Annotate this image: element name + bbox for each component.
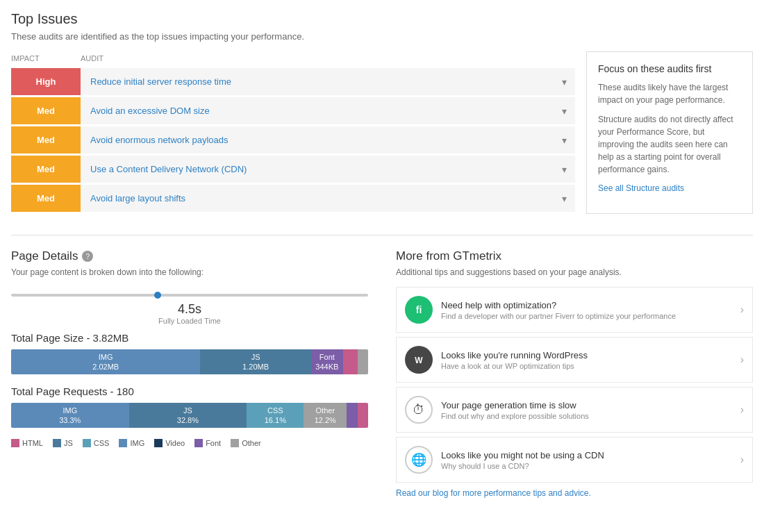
legend-dot-video [154, 439, 163, 447]
page-gen-card-title: Your page generation time is slow [441, 400, 732, 410]
legend-dot-other [231, 439, 239, 447]
more-gtmetrix-subtitle: Additional tips and suggestions based on… [396, 267, 753, 277]
wordpress-card-text: Looks like you're running WordPress Have… [441, 350, 732, 370]
bar-css-req: CSS 16.1% [247, 403, 304, 428]
audit-expand-arrow[interactable]: ▾ [554, 185, 575, 212]
legend-js: JS [53, 439, 73, 447]
wordpress-card-arrow: › [740, 354, 744, 366]
legend-css: CSS [83, 439, 110, 447]
total-page-requests-label: Total Page Requests - 180 [11, 385, 368, 397]
audit-label: Avoid an excessive DOM size [81, 97, 554, 124]
focus-box-title: Focus on these audits first [598, 63, 741, 74]
cdn-card-title: Looks like you might not be using a CDN [441, 450, 732, 460]
top-issues-title: Top Issues [11, 11, 753, 27]
legend-dot-js [53, 439, 61, 447]
globe-icon: 🌐 [405, 446, 433, 474]
legend-html: HTML [11, 439, 43, 447]
help-icon[interactable]: ? [82, 251, 93, 262]
page-gen-card-desc: Find out why and explore possible soluti… [441, 412, 732, 420]
timeline-label: 4.5s Fully Loaded Time [11, 302, 368, 325]
bar-other-req: Other 12.2% [304, 403, 347, 428]
wordpress-card-desc: Have a look at our WP optimization tips [441, 362, 732, 370]
focus-box-para1: These audits likely have the largest imp… [598, 81, 741, 106]
legend-dot-css [83, 439, 91, 447]
bar-html-size [343, 349, 358, 374]
more-gtmetrix-section: More from GTmetrix Additional tips and s… [396, 249, 753, 498]
audit-row[interactable]: Med Use a Content Delivery Network (CDN)… [11, 156, 575, 183]
audit-expand-arrow[interactable]: ▾ [554, 68, 575, 95]
fully-loaded-label: Fully Loaded Time [11, 317, 368, 325]
blog-link[interactable]: Read our blog for more performance tips … [396, 488, 753, 498]
fiverr-icon: fi [405, 296, 433, 324]
wordpress-card[interactable]: W Looks like you're running WordPress Ha… [396, 337, 753, 383]
fully-loaded-time: 4.5s [11, 302, 368, 317]
bar-js-size: JS 1.20MB [200, 349, 310, 374]
bar-font-req [347, 403, 357, 428]
fiverr-card-desc: Find a developer with our partner Fiverr… [441, 312, 732, 320]
audit-expand-arrow[interactable]: ▾ [554, 126, 575, 153]
impact-med-badge: Med [11, 156, 81, 183]
fiverr-card-arrow: › [740, 304, 744, 316]
timeline-track [11, 294, 368, 297]
audit-expand-arrow[interactable]: ▾ [554, 97, 575, 124]
col-impact-header: IMPACT [11, 54, 81, 63]
top-issues-section: Top Issues These audits are identified a… [11, 11, 753, 214]
audit-expand-arrow[interactable]: ▾ [554, 156, 575, 183]
audit-row[interactable]: Med Avoid an excessive DOM size ▾ [11, 97, 575, 124]
timeline-dot [154, 292, 161, 299]
audit-row[interactable]: Med Avoid enormous network payloads ▾ [11, 126, 575, 153]
page-details-title: Page Details ? [11, 249, 368, 263]
bar-other-size [358, 349, 368, 374]
fiverr-card-text: Need help with optimization? Find a deve… [441, 300, 732, 320]
legend-dot-html [11, 439, 19, 447]
fiverr-card[interactable]: fi Need help with optimization? Find a d… [396, 287, 753, 333]
top-issues-content: IMPACT AUDIT High Reduce initial server … [11, 51, 753, 214]
timeline-wrapper: 4.5s Fully Loaded Time [11, 287, 368, 332]
see-all-structure-link[interactable]: See all Structure audits [598, 183, 684, 193]
total-page-size-label: Total Page Size - 3.82MB [11, 332, 368, 344]
legend-font: Font [194, 439, 221, 447]
audits-table: IMPACT AUDIT High Reduce initial server … [11, 51, 575, 214]
audit-label: Avoid large layout shifts [81, 185, 554, 212]
page-size-bar: IMG 2.02MB JS 1.20MB Font 344KB [11, 349, 368, 374]
audit-label: Use a Content Delivery Network (CDN) [81, 156, 554, 183]
col-headers: IMPACT AUDIT [11, 51, 575, 65]
audit-row[interactable]: Med Avoid large layout shifts ▾ [11, 185, 575, 212]
cdn-card[interactable]: 🌐 Looks like you might not be using a CD… [396, 437, 753, 483]
bar-html-req [358, 403, 368, 428]
top-issues-subtitle: These audits are identified as the top i… [11, 31, 753, 42]
bar-img-size: IMG 2.02MB [11, 349, 200, 374]
page-gen-card-text: Your page generation time is slow Find o… [441, 400, 732, 420]
cdn-card-arrow: › [740, 454, 744, 466]
legend-video: Video [154, 439, 185, 447]
audit-label: Avoid enormous network payloads [81, 126, 554, 153]
svg-text:W: W [415, 356, 423, 365]
legend-dot-font [194, 439, 203, 447]
legend-dot-img [119, 439, 127, 447]
clock-icon: ⏱ [405, 396, 433, 424]
impact-med-badge: Med [11, 97, 81, 124]
audit-row[interactable]: High Reduce initial server response time… [11, 68, 575, 95]
audit-label: Reduce initial server response time [81, 68, 554, 95]
page-requests-bar: IMG 33.3% JS 32.8% CSS 16.1% Other 12.2% [11, 403, 368, 428]
bottom-section: Page Details ? Your page content is brok… [11, 249, 753, 498]
fiverr-card-title: Need help with optimization? [441, 300, 732, 310]
page-details-subtitle: Your page content is broken down into th… [11, 267, 368, 277]
more-gtmetrix-title: More from GTmetrix [396, 249, 753, 263]
col-audit-header: AUDIT [81, 54, 103, 63]
impact-high-badge: High [11, 68, 81, 95]
chart-legend: HTML JS CSS IMG Video Font [11, 439, 368, 447]
page-details-section: Page Details ? Your page content is brok… [11, 249, 368, 498]
bar-js-req: JS 32.8% [129, 403, 247, 428]
legend-other: Other [231, 439, 261, 447]
page-gen-card[interactable]: ⏱ Your page generation time is slow Find… [396, 387, 753, 433]
cdn-card-text: Looks like you might not be using a CDN … [441, 450, 732, 470]
section-divider [11, 235, 753, 235]
bar-img-req: IMG 33.3% [11, 403, 129, 428]
page-gen-card-arrow: › [740, 404, 744, 416]
impact-med-badge: Med [11, 185, 81, 212]
bar-font-size: Font 344KB [311, 349, 343, 374]
wordpress-icon: W [405, 346, 433, 374]
wordpress-card-title: Looks like you're running WordPress [441, 350, 732, 360]
cdn-card-desc: Why should I use a CDN? [441, 462, 732, 470]
